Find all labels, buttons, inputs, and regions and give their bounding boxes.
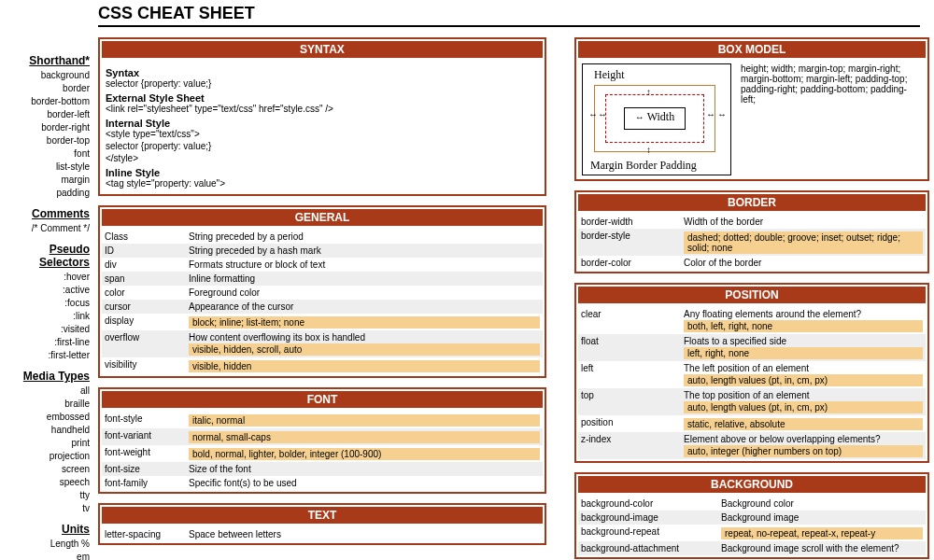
sidebar-item: padding bbox=[4, 187, 90, 200]
sidebar-item: font bbox=[4, 147, 90, 161]
pseudo-heading: Pseudo Selectors bbox=[4, 243, 90, 269]
border-title: BORDER bbox=[578, 194, 926, 211]
prop-desc: String preceded by a hash mark bbox=[186, 244, 543, 258]
sidebar-item: border-right bbox=[4, 121, 90, 134]
syntax-c3c: </style> bbox=[106, 153, 539, 163]
prop-desc: Element above or below overlapping eleme… bbox=[681, 432, 926, 459]
table-row: font-styleitalic, normal bbox=[102, 412, 543, 428]
prop-options: visible, hidden, scroll, auto bbox=[189, 343, 540, 356]
sidebar-item: tty bbox=[4, 489, 90, 502]
comments-list: /* Comment */ bbox=[4, 222, 90, 235]
table-row: border-widthWidth of the border bbox=[578, 215, 926, 229]
page: CSS CHEAT SHEET Shorthand* backgroundbor… bbox=[0, 0, 934, 560]
prop-desc: normal, small-caps bbox=[186, 428, 543, 445]
table-row: border-styledashed; dotted; double; groo… bbox=[578, 229, 926, 256]
table-row: font-weightbold, normal, lighter, bolder… bbox=[102, 445, 543, 462]
background-card: BACKGROUND background-colorBackground co… bbox=[574, 472, 929, 559]
background-table: background-colorBackground colorbackgrou… bbox=[578, 497, 926, 555]
sidebar-item: :first-line bbox=[4, 336, 90, 349]
prop-desc: Specific font(s) to be used bbox=[186, 476, 543, 490]
syntax-c2: <link rel="stylesheet" type="text/css" h… bbox=[106, 104, 539, 114]
prop-desc: bold, normal, lighter, bolder, integer (… bbox=[186, 445, 543, 462]
sidebar-item: all bbox=[4, 385, 90, 398]
boxmodel-diagram: Height ↔ Width ↔ ↔ ↔ ↔ ↕ ↕ Margin Border… bbox=[582, 63, 731, 175]
position-table: clearAny floating elements around the el… bbox=[578, 307, 926, 459]
table-row: displayblock; inline; list-item; none bbox=[102, 314, 543, 330]
background-title: BACKGROUND bbox=[578, 476, 926, 493]
prop-options: auto, length values (pt, in, cm, px) bbox=[684, 374, 923, 386]
prop-name: border-color bbox=[578, 256, 681, 270]
prop-name: font-weight bbox=[102, 445, 186, 462]
prop-desc: block; inline; list-item; none bbox=[186, 314, 543, 330]
general-title: GENERAL bbox=[102, 209, 543, 226]
boxmodel-card: BOX MODEL Height ↔ Width ↔ ↔ ↔ ↔ ↕ ↕ Mar… bbox=[574, 37, 929, 181]
border-table: border-widthWidth of the borderborder-st… bbox=[578, 215, 926, 270]
prop-name: background-repeat bbox=[578, 525, 718, 541]
prop-desc: Background color bbox=[718, 497, 926, 511]
prop-desc: visible, hidden bbox=[186, 357, 543, 374]
table-row: divFormats structure or block of text bbox=[102, 258, 543, 272]
prop-desc: Color of the border bbox=[681, 256, 926, 270]
prop-desc: How content overflowing its box is handl… bbox=[186, 330, 543, 357]
prop-desc: Space between letters bbox=[186, 527, 543, 541]
font-card: FONT font-styleitalic, normalfont-varian… bbox=[98, 387, 546, 494]
sidebar-item: /* Comment */ bbox=[4, 222, 90, 235]
table-row: overflowHow content overflowing its box … bbox=[102, 330, 543, 357]
prop-options: static, relative, absolute bbox=[684, 418, 923, 430]
sidebar-item: print bbox=[4, 437, 90, 450]
prop-name: top bbox=[578, 388, 681, 415]
sidebar-item: embossed bbox=[4, 411, 90, 424]
sidebar-item: speech bbox=[4, 476, 90, 489]
sidebar: Shorthand* backgroundborderborder-bottom… bbox=[4, 47, 90, 560]
prop-desc: Any floating elements around the element… bbox=[681, 307, 926, 334]
prop-name: background-color bbox=[578, 497, 718, 511]
prop-name: font-variant bbox=[102, 428, 186, 445]
prop-desc: Background image scroll with the element… bbox=[718, 541, 926, 555]
text-card: TEXT letter-spacingSpace between letters bbox=[98, 503, 546, 545]
prop-desc: The left position of an elementauto, len… bbox=[681, 361, 926, 388]
prop-options: auto, length values (pt, in, cm, px) bbox=[684, 401, 923, 413]
sidebar-item: border-top bbox=[4, 134, 90, 147]
bm-height-label: Height bbox=[594, 68, 625, 82]
prop-name: border-style bbox=[578, 229, 681, 256]
sidebar-item: :visited bbox=[4, 323, 90, 336]
prop-name: letter-spacing bbox=[102, 527, 186, 541]
table-row: positionstatic, relative, absolute bbox=[578, 415, 926, 432]
table-row: leftThe left position of an elementauto,… bbox=[578, 361, 926, 388]
sidebar-item: Length % bbox=[4, 538, 90, 551]
text-table: letter-spacingSpace between letters bbox=[102, 527, 543, 541]
prop-name: font-size bbox=[102, 462, 186, 476]
table-row: colorForeground color bbox=[102, 286, 543, 300]
prop-desc: The top position of an elementauto, leng… bbox=[681, 388, 926, 415]
prop-name: display bbox=[102, 314, 186, 330]
table-row: background-imageBackground image bbox=[578, 511, 926, 525]
prop-desc: Inline formatting bbox=[186, 272, 543, 286]
prop-options: repeat, no-repeat, repeat-x, repeat-y bbox=[721, 527, 923, 539]
boxmodel-title: BOX MODEL bbox=[578, 41, 926, 58]
prop-desc: Background image bbox=[718, 511, 926, 525]
sidebar-item: :hover bbox=[4, 271, 90, 284]
prop-desc: Formats structure or block of text bbox=[186, 258, 543, 272]
table-row: visibilityvisible, hidden bbox=[102, 357, 543, 374]
table-row: spanInline formatting bbox=[102, 272, 543, 286]
prop-options: left, right, none bbox=[684, 347, 923, 359]
sidebar-item: border bbox=[4, 82, 90, 95]
prop-name: cursor bbox=[102, 300, 186, 314]
prop-name: ID bbox=[102, 244, 186, 258]
syntax-h3: Internal Style bbox=[106, 118, 539, 129]
prop-options: bold, normal, lighter, bolder, integer (… bbox=[189, 448, 540, 460]
syntax-card: SYNTAX Syntax selector {property: value;… bbox=[98, 37, 546, 196]
prop-name: color bbox=[102, 286, 186, 300]
syntax-title: SYNTAX bbox=[102, 41, 543, 58]
syntax-h4: Inline Style bbox=[106, 167, 539, 178]
table-row: IDString preceded by a hash mark bbox=[102, 244, 543, 258]
media-heading: Media Types bbox=[4, 370, 90, 383]
table-row: background-repeatrepeat, no-repeat, repe… bbox=[578, 525, 926, 541]
prop-desc: String preceded by a period bbox=[186, 230, 543, 244]
sidebar-item: tv bbox=[4, 502, 90, 515]
table-row: border-colorColor of the border bbox=[578, 256, 926, 270]
table-row: cursorAppearance of the cursor bbox=[102, 300, 543, 314]
table-row: font-sizeSize of the font bbox=[102, 462, 543, 476]
prop-name: clear bbox=[578, 307, 681, 334]
table-row: font-familySpecific font(s) to be used bbox=[102, 476, 543, 490]
